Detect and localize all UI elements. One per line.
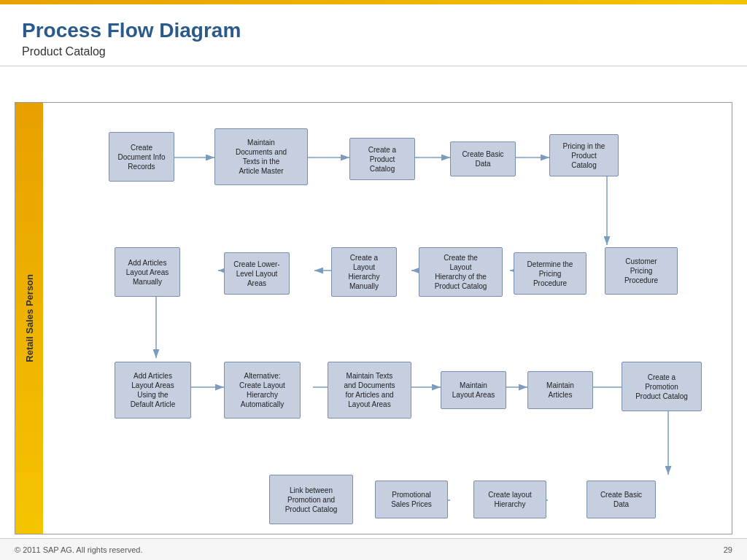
box-create-basic-data-2[interactable]: Create BasicData	[587, 481, 656, 518]
box-maintain-texts[interactable]: Maintain Textsand Documentsfor Articles …	[328, 362, 411, 419]
box-promotional-sales[interactable]: PromotionalSales Prices	[375, 481, 448, 518]
box-create-basic-data-1[interactable]: Create BasicData	[450, 141, 516, 176]
footer: © 2011 SAP AG. All rights reserved. 29	[0, 538, 747, 560]
box-customer-pricing[interactable]: CustomerPricingProcedure	[605, 247, 678, 295]
page-number: 29	[724, 545, 732, 554]
box-create-layout-hierarchy-product[interactable]: Create theLayoutHierarchy of theProduct …	[419, 247, 503, 297]
box-link-promotion[interactable]: Link betweenPromotion andProduct Catalog	[269, 475, 353, 524]
box-create-layout-hierarchy-4[interactable]: Create layoutHierarchy	[473, 481, 546, 518]
swimlane-text: Retail Sales Person	[24, 274, 35, 362]
box-determine-pricing[interactable]: Determine thePricingProcedure	[514, 252, 587, 295]
box-create-promotion-catalog[interactable]: Create aPromotionProduct Catalog	[622, 362, 702, 411]
box-add-articles-default[interactable]: Add ArticlesLayout AreasUsing theDefault…	[115, 362, 191, 419]
top-bar	[0, 0, 747, 4]
swimlane-label: Retail Sales Person	[15, 103, 43, 534]
header: Process Flow Diagram Product Catalog	[0, 0, 747, 66]
box-create-product-catalog[interactable]: Create aProductCatalog	[349, 138, 415, 180]
box-add-articles-manually[interactable]: Add ArticlesLayout AreasManually	[115, 247, 180, 297]
box-create-lower-level[interactable]: Create Lower-Level LayoutAreas	[224, 252, 290, 295]
copyright: © 2011 SAP AG. All rights reserved.	[15, 545, 142, 554]
box-maintain-documents[interactable]: MaintainDocuments andTexts in theArticle…	[214, 128, 308, 185]
diagram-container: Retail Sales Person	[15, 102, 732, 534]
page-subtitle: Product Catalog	[22, 45, 725, 58]
box-pricing-product-catalog[interactable]: Pricing in theProductCatalog	[549, 134, 619, 176]
box-create-layout-hierarchy-manually[interactable]: Create aLayoutHierarchyManually	[331, 247, 397, 297]
page-title: Process Flow Diagram	[22, 19, 725, 42]
box-maintain-layout-areas[interactable]: MaintainLayout Areas	[441, 371, 506, 409]
box-create-document-info[interactable]: CreateDocument InfoRecords	[109, 132, 174, 182]
box-create-layout-auto[interactable]: Alternative:Create LayoutHierarchyAutoma…	[224, 362, 301, 419]
box-maintain-articles[interactable]: MaintainArticles	[527, 371, 593, 409]
diagram-canvas: CreateDocument InfoRecords MaintainDocum…	[43, 103, 732, 534]
